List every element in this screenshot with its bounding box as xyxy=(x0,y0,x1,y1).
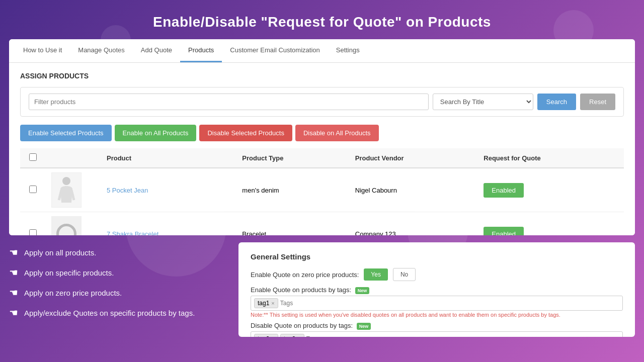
row2-image-cell xyxy=(45,212,101,236)
info-item-2: ☚ Apply on specific products. xyxy=(9,266,230,279)
row1-product-image xyxy=(51,172,82,208)
yes-button[interactable]: Yes xyxy=(364,268,388,281)
bottom-section: ☚ Apply on all products. ☚ Apply on spec… xyxy=(9,242,635,337)
row2-status-button[interactable]: Enabled xyxy=(484,227,524,236)
tag1-remove[interactable]: × xyxy=(271,300,274,306)
row1-type-cell: men's denim xyxy=(236,168,349,212)
no-button[interactable]: No xyxy=(393,268,416,281)
enable-tags-note: Note:** This setting is used when you've… xyxy=(251,312,623,318)
row1-name-cell: 5 Pocket Jean xyxy=(101,168,236,212)
info-item-4: ☚ Apply/exclude Quotes on specific produ… xyxy=(9,307,230,319)
tag3-remove[interactable]: × xyxy=(271,336,274,337)
row1-image-cell xyxy=(45,168,101,212)
enable-tags-input-container[interactable]: tag1 × xyxy=(251,296,623,311)
col-type: Product Type xyxy=(236,148,349,168)
row1-status-cell: Enabled xyxy=(477,168,624,212)
disable-tags-badge: New xyxy=(357,323,371,330)
tag3-label: tag3 xyxy=(258,335,269,337)
info-text-2: Apply on specific products. xyxy=(24,268,114,277)
reset-button[interactable]: Reset xyxy=(580,94,615,110)
enable-tags-text-input[interactable] xyxy=(280,300,356,307)
row1-checkbox[interactable] xyxy=(29,186,37,193)
disable-selected-button[interactable]: Disable Selected Products xyxy=(199,125,292,141)
tab-manage-quotes[interactable]: Manage Quotes xyxy=(70,39,133,62)
info-text-4: Apply/exclude Quotes on specific product… xyxy=(24,309,195,317)
enable-selected-button[interactable]: Enable Selected Products xyxy=(20,125,112,141)
info-item-3: ☚ Apply on zero price products. xyxy=(9,287,230,299)
row1-product-link[interactable]: 5 Pocket Jean xyxy=(107,187,148,194)
enable-tags-badge: New xyxy=(355,287,370,294)
enable-tags-row: Enable Quote on products by tags: New ta… xyxy=(251,286,623,318)
tag1-label: tag1 xyxy=(258,300,269,307)
disable-all-button[interactable]: Disable on All Products xyxy=(295,125,379,141)
row2-type-cell: Bracelet xyxy=(236,212,349,236)
col-checkbox xyxy=(20,148,45,168)
disable-tags-header: Disable Quote on products by tags: New xyxy=(251,322,623,329)
row1-vendor-cell: Nigel Cabourn xyxy=(349,168,478,212)
tag-chip-tag1: tag1 × xyxy=(254,298,278,308)
page-title: Enable/Disable "Request for Quote" on Pr… xyxy=(0,0,644,39)
row2-checkbox-cell xyxy=(20,212,45,236)
settings-title: General Settings xyxy=(251,252,623,261)
search-by-select[interactable]: Search By Title xyxy=(433,94,533,110)
row2-name-cell: 7 Shakra Bracelet xyxy=(101,212,236,236)
zero-price-row: Enable Quote on zero price products: Yes… xyxy=(251,268,623,281)
products-table: Product Product Type Product Vendor Requ… xyxy=(20,148,624,235)
table-row: 7 Shakra Bracelet Bracelet Company 123 E… xyxy=(20,212,624,236)
row2-checkbox[interactable] xyxy=(29,229,37,235)
row2-product-image xyxy=(51,216,82,235)
info-text-1: Apply on all products. xyxy=(24,248,96,257)
arrow-icon-1: ☚ xyxy=(9,246,18,258)
enable-all-button[interactable]: Enable on All Products xyxy=(115,125,197,141)
content-area: ASSIGN PRODUCTS Search By Title Search R… xyxy=(9,63,635,235)
tab-how-to-use[interactable]: How to Use it xyxy=(15,39,70,62)
left-info: ☚ Apply on all products. ☚ Apply on spec… xyxy=(9,242,230,337)
search-button[interactable]: Search xyxy=(537,94,576,110)
tab-settings[interactable]: Settings xyxy=(328,39,368,62)
col-product: Product xyxy=(101,148,236,168)
tag-chip-tag3: tag3 × xyxy=(254,334,278,337)
main-container: How to Use it Manage Quotes Add Quote Pr… xyxy=(9,39,635,235)
tabs-nav: How to Use it Manage Quotes Add Quote Pr… xyxy=(9,39,635,63)
tag-chip-tag2: tag2 × xyxy=(280,334,304,337)
arrow-icon-4: ☚ xyxy=(9,307,18,319)
arrow-icon-2: ☚ xyxy=(9,266,18,279)
col-image xyxy=(45,148,101,168)
info-text-3: Apply on zero price products. xyxy=(24,289,122,297)
tab-products[interactable]: Products xyxy=(180,39,222,62)
bracelet-icon xyxy=(56,224,76,235)
row2-product-link[interactable]: 7 Shakra Bracelet xyxy=(107,230,158,236)
general-settings-panel: General Settings Enable Quote on zero pr… xyxy=(238,242,635,337)
section-title: ASSIGN PRODUCTS xyxy=(20,72,624,80)
tag2-remove[interactable]: × xyxy=(297,336,300,337)
person-silhouette-icon xyxy=(56,175,76,205)
filter-products-input[interactable] xyxy=(29,94,429,110)
col-vendor: Product Vendor xyxy=(349,148,478,168)
disable-tags-text-input[interactable] xyxy=(306,335,382,337)
tab-add-quote[interactable]: Add Quote xyxy=(133,39,180,62)
table-row: 5 Pocket Jean men's denim Nigel Cabourn … xyxy=(20,168,624,212)
arrow-icon-3: ☚ xyxy=(9,287,18,299)
zero-price-label: Enable Quote on zero price products: xyxy=(251,271,359,279)
row2-vendor-cell: Company 123 xyxy=(349,212,478,236)
enable-tags-label: Enable Quote on products by tags: New xyxy=(251,286,369,294)
enable-tags-header: Enable Quote on products by tags: New xyxy=(251,286,623,294)
action-buttons: Enable Selected Products Enable on All P… xyxy=(20,125,624,141)
search-bar: Search By Title Search Reset xyxy=(20,87,624,117)
row1-checkbox-cell xyxy=(20,168,45,212)
disable-tags-input-container[interactable]: tag3 × tag2 × xyxy=(251,331,623,337)
svg-point-0 xyxy=(62,177,70,185)
tag2-label: tag2 xyxy=(284,335,295,337)
row2-status-cell: Enabled xyxy=(477,212,624,236)
info-item-1: ☚ Apply on all products. xyxy=(9,246,230,258)
select-all-checkbox[interactable] xyxy=(29,153,37,161)
row1-status-button[interactable]: Enabled xyxy=(484,183,524,198)
col-rfq: Request for Quote xyxy=(477,148,624,168)
tab-customer-email[interactable]: Customer Email Customization xyxy=(222,39,328,62)
disable-tags-label: Disable Quote on products by tags: New xyxy=(251,322,371,329)
disable-tags-row: Disable Quote on products by tags: New t… xyxy=(251,322,623,337)
